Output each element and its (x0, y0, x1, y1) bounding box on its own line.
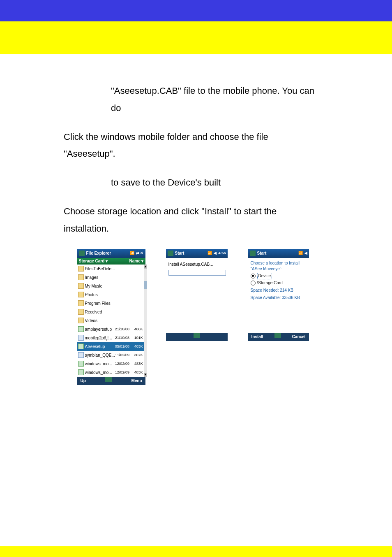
file-name: Received (85, 308, 115, 316)
clock-text: 4:56 (218, 250, 226, 257)
scroll-up-icon[interactable]: ▲ (144, 265, 147, 269)
space-needed: Space Needed: 214 KB (251, 288, 307, 293)
file-size: 486K (131, 326, 143, 333)
location-body: Choose a location to install "ASee Movee… (248, 258, 309, 333)
path-dropdown[interactable]: Storage Card ▾ (79, 257, 108, 265)
folder-icon (78, 318, 84, 323)
exe-icon (78, 361, 84, 367)
window-title: Start (257, 249, 267, 257)
file-row[interactable]: Videos (77, 316, 144, 325)
file-row[interactable]: Images (77, 273, 144, 282)
file-row[interactable]: ASeesetup05/01/08403K (77, 342, 144, 351)
space-available: Space Available: 33536 KB (251, 295, 307, 301)
paragraph-1: "Aseesetup.CAB" file to the mobile phone… (64, 82, 322, 117)
file-size: 307K (131, 352, 143, 359)
file-list: FilesToBeDele...ImagesMy MusicPhotosProg… (77, 265, 144, 377)
file-date: 21/10/08 (115, 326, 131, 333)
windows-icon (168, 251, 173, 256)
softkey-bar (166, 333, 228, 341)
option-device[interactable]: Device (251, 273, 307, 279)
file-row[interactable]: mobilep2pð¸¦...21/10/08101K (77, 334, 144, 342)
file-name: My Music (85, 282, 115, 290)
install-body: Install ASeesetup.CAB... (166, 258, 228, 333)
folder-icon (78, 266, 84, 272)
file-name: ASeesetup (85, 343, 115, 350)
file-row[interactable]: windows_mo...12/02/09483K (77, 368, 144, 377)
document-body: "Aseesetup.CAB" file to the mobile phone… (0, 54, 392, 393)
file-name: amplayersetup (85, 325, 115, 333)
file-name: Program Files (85, 299, 115, 307)
sort-dropdown[interactable]: Name ▾ (129, 257, 143, 265)
file-row[interactable]: symbian_QQE...11/02/09307K (77, 351, 144, 360)
exe-icon (78, 369, 84, 375)
radio-icon[interactable] (251, 274, 256, 278)
file-row[interactable]: My Music (77, 282, 144, 290)
choose-location-screenshot: Start 📶 ◀ Choose a location to install "… (248, 249, 309, 341)
paragraph-2: Click the windows mobile folder and choo… (64, 128, 322, 163)
paragraph-4: Choose storage location and click "Insta… (64, 203, 322, 237)
folder-icon (78, 309, 84, 315)
speaker-icon: ◀ (304, 250, 307, 257)
file-size: 483K (131, 369, 143, 376)
file-row[interactable]: amplayersetup21/10/08486K (77, 325, 144, 334)
scroll-thumb[interactable] (144, 281, 147, 289)
file-date: 12/02/09 (115, 369, 131, 376)
softkey-bar: Install Cancel (248, 333, 309, 341)
keyboard-icon[interactable] (194, 333, 200, 338)
file-date: 12/02/09 (115, 360, 131, 367)
scroll-down-icon[interactable]: ▼ (144, 373, 147, 377)
file-name: symbian_QQE... (85, 351, 115, 359)
file-row[interactable]: FilesToBeDele... (77, 265, 144, 273)
file-date: 11/02/09 (115, 352, 131, 359)
option-storage-label: \Storage Card (257, 280, 283, 286)
sync-icon: ⇄ ✕ (136, 250, 144, 257)
file-row[interactable]: Received (77, 308, 144, 316)
status-icons: 📶 ◀ (298, 250, 307, 257)
softkey-up[interactable]: Up (81, 377, 86, 385)
exe-icon (78, 326, 84, 332)
speaker-icon: ◀ (214, 250, 217, 257)
path-bar[interactable]: Storage Card ▾ Name ▾ (77, 258, 145, 265)
status-icons: 📶 ◀ 4:56 (208, 250, 226, 257)
keyboard-icon[interactable] (105, 377, 112, 382)
titlebar: File Explorer 📶 ⇄ ✕ (77, 249, 145, 258)
install-progress-screenshot: Start 📶 ◀ 4:56 Install ASeesetup.CAB... (166, 249, 228, 341)
status-icons: 📶 ⇄ ✕ (130, 250, 144, 257)
yellow-band (0, 21, 392, 54)
screenshots-row: File Explorer 📶 ⇄ ✕ Storage Card ▾ Name … (64, 249, 322, 385)
file-icon (78, 335, 84, 341)
softkey-menu[interactable]: Menu (131, 377, 142, 385)
prompt-text: Choose a location to install "ASee Movee… (251, 260, 307, 272)
folder-icon (78, 283, 84, 289)
file-row[interactable]: windows_mo...12/02/09483K (77, 360, 144, 368)
file-name: windows_mo... (85, 360, 115, 368)
progress-bar (168, 270, 226, 276)
file-date: 21/10/08 (115, 334, 131, 341)
titlebar: Start 📶 ◀ 4:56 (166, 249, 228, 258)
scrollbar[interactable]: ▲ ▼ (144, 265, 147, 377)
file-name: FilesToBeDele... (85, 265, 115, 273)
paragraph-3: to save to the Device's built (64, 174, 322, 191)
file-row[interactable]: Program Files (77, 299, 144, 308)
option-device-label: Device (257, 273, 272, 279)
windows-icon (250, 251, 256, 256)
file-explorer-screenshot: File Explorer 📶 ⇄ ✕ Storage Card ▾ Name … (77, 249, 145, 385)
header-bar (0, 0, 392, 21)
file-name: Videos (85, 317, 115, 325)
window-title: Start (175, 249, 184, 257)
folder-icon (78, 292, 84, 297)
install-button[interactable]: Install (251, 333, 263, 341)
exe-icon (78, 343, 84, 349)
keyboard-icon[interactable] (274, 333, 281, 338)
file-date: 05/01/08 (115, 343, 131, 350)
option-storage-card[interactable]: \Storage Card (251, 280, 307, 286)
folder-icon (78, 300, 84, 306)
file-name: Photos (85, 291, 115, 299)
install-message: Install ASeesetup.CAB... (168, 260, 225, 268)
radio-icon[interactable] (251, 281, 256, 285)
file-name: Images (85, 274, 115, 281)
file-size: 403K (131, 343, 143, 350)
file-size: 101K (131, 334, 143, 341)
cancel-button[interactable]: Cancel (292, 333, 306, 341)
file-row[interactable]: Photos (77, 290, 144, 299)
